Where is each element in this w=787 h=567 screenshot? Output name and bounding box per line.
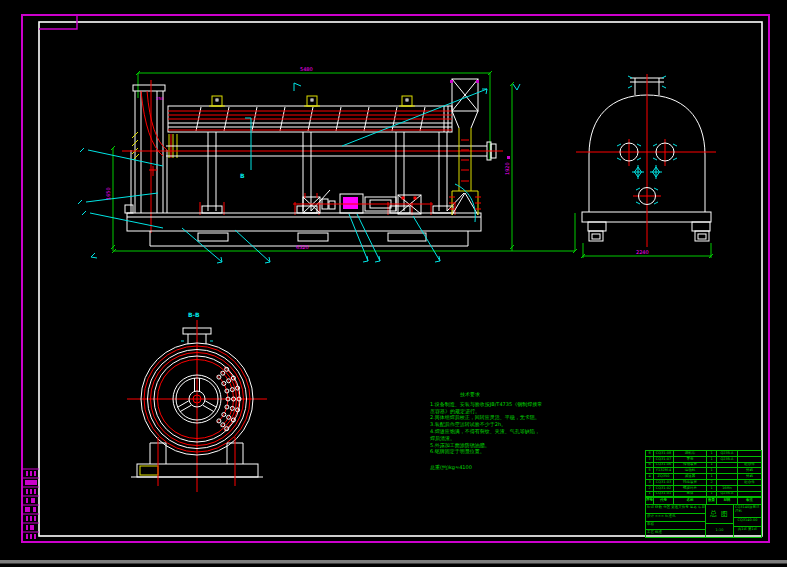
drawing-id-cells: CQ3140滚筒清理机 CQ3140-00 共1张 第1张 xyxy=(734,505,761,537)
notes-footer: 总重(约)kg≈4100 xyxy=(430,464,580,471)
drawing-type-cell: 总 图 1:10 xyxy=(706,505,734,537)
dim-top-text: 5480 xyxy=(300,66,313,72)
notes-line: 5.外露加工面涂防锈油脂。 xyxy=(430,442,580,449)
dim-bottom-text: 6320 xyxy=(296,244,309,250)
end-centerlines xyxy=(576,74,716,247)
end-view xyxy=(576,74,716,258)
chute-flow-curve xyxy=(455,184,475,222)
parts-list-header: 序号代号名称数量材料备注 xyxy=(645,497,762,505)
sheet-info: 共1张 第1张 xyxy=(734,527,761,537)
notes-line: 6.铭牌固定于明显位置。 xyxy=(430,448,580,455)
notes-line: 3.装配后作空运转试验不少于2h。 xyxy=(430,421,580,428)
status-strip xyxy=(0,560,787,564)
drum-saddles xyxy=(209,96,415,106)
dim-endview-text: 2240 xyxy=(636,249,649,255)
approval-row: 标记 处数 分区 更改文件号 签名 年月日 xyxy=(646,505,705,513)
dim-left-text: 1650 xyxy=(105,187,111,200)
dim-right-text: 1920 xyxy=(504,162,510,175)
notes-line: 4.焊缝应饱满，不得有裂纹、夹渣、气孔等缺陷， xyxy=(430,428,580,435)
discharge-chute xyxy=(452,79,478,215)
section-line-B xyxy=(245,118,251,170)
dimension-lines xyxy=(111,71,577,253)
approval-grid: 标记 处数 分区 更改文件号 签名 年月日 设计 ××× 标准化 审核 工艺 批… xyxy=(646,505,706,537)
chute-bolts xyxy=(449,140,481,209)
side-elevation-view xyxy=(78,71,577,263)
section-view-bb xyxy=(127,320,267,492)
technical-notes: 技术要求 1.设备制造、安装与验收按JB/T4735《钢制焊接常 压容器》的规定… xyxy=(430,391,580,471)
title-block-bottom: 标记 处数 分区 更改文件号 签名 年月日 设计 ××× 标准化 审核 工艺 批… xyxy=(645,505,762,538)
notes-title: 技术要求 xyxy=(460,391,580,398)
dim-small-text: 250 xyxy=(156,96,164,101)
motor-highlight xyxy=(343,197,358,209)
approval-row: 设计 ××× 标准化 xyxy=(646,514,705,522)
dimension-texts: 5480 6320 2240 250 1650 1920 xyxy=(105,66,649,255)
feed-end-tower xyxy=(125,85,167,213)
product-name: CQ3140滚筒清理机 xyxy=(734,505,761,518)
drawing-number: CQ3140-00 xyxy=(734,518,761,527)
parts-list-table: 8CQ31-08进料斗1Q235-A 7CQ31-07罩壳1Q235-A 6CQ… xyxy=(645,450,762,497)
approval-row: 审核 xyxy=(646,522,705,530)
approval-row: 工艺 批准 xyxy=(646,530,705,537)
drawing-type: 总 图 xyxy=(706,505,733,524)
notes-line: 焊后清渣。 xyxy=(430,435,580,442)
title-block: 8CQ31-08进料斗1Q235-A 7CQ31-07罩壳1Q235-A 6CQ… xyxy=(645,450,762,536)
notes-line: 2.筒体组焊后校正，回转应灵活、平稳，无卡阻。 xyxy=(430,414,580,421)
section-title-bb: B-B xyxy=(188,311,200,318)
section-mark-b: B xyxy=(240,172,245,179)
cad-drawing-canvas: 5480 6320 2240 250 1650 1920 B B-B 技术要求 … xyxy=(0,0,787,567)
margin-revision-strip xyxy=(22,469,39,539)
bb-foot-pad xyxy=(140,466,158,475)
leader-lines xyxy=(78,83,520,263)
notes-line: 1.设备制造、安装与验收按JB/T4735《钢制焊接常 xyxy=(430,401,580,408)
notes-line: 压容器》的规定进行。 xyxy=(430,408,580,415)
drawing-scale: 1:10 xyxy=(706,524,733,537)
